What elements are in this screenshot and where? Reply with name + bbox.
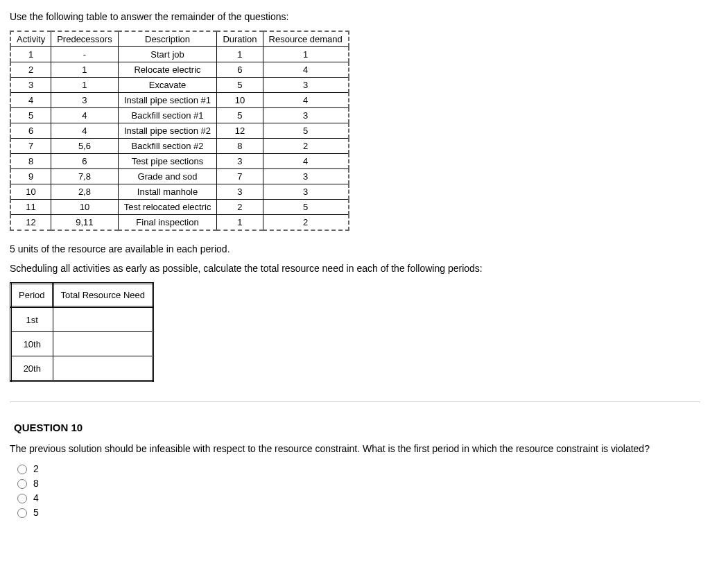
- resource-need-input-10th[interactable]: [53, 332, 153, 356]
- cell: 1: [10, 47, 51, 62]
- cell: 4: [10, 93, 51, 108]
- cell: 8: [217, 139, 263, 154]
- cell: 5: [10, 108, 51, 123]
- cell: 3: [263, 108, 349, 123]
- cell: 11: [10, 200, 51, 215]
- cell: Grade and sod: [118, 169, 217, 184]
- question-text: The previous solution should be infeasib…: [10, 443, 700, 454]
- cell: Install pipe section #2: [118, 123, 217, 139]
- resource-need-input-1st[interactable]: [53, 307, 153, 332]
- option-radio-4[interactable]: [17, 494, 27, 503]
- resource-note: 5 units of the resource are available in…: [10, 243, 700, 254]
- option-label: 5: [33, 507, 39, 518]
- cell: 5: [263, 200, 349, 215]
- cell: 4: [263, 154, 349, 169]
- cell: 4: [263, 93, 349, 108]
- cell: 6: [217, 62, 263, 78]
- cell: 5: [217, 78, 263, 93]
- cell: 4: [51, 108, 118, 123]
- question-title: QUESTION 10: [14, 422, 700, 433]
- cell: 3: [217, 184, 263, 200]
- cell: Backfill section #2: [118, 139, 217, 154]
- cell: 7: [217, 169, 263, 184]
- cell: 1: [217, 215, 263, 231]
- cell: 3: [51, 93, 118, 108]
- option-row[interactable]: 5: [14, 506, 700, 518]
- th-description: Description: [118, 31, 217, 47]
- th-activity: Activity: [10, 31, 51, 47]
- cell: 9,11: [51, 215, 118, 231]
- cell: -: [51, 47, 118, 62]
- cell: 9: [10, 169, 51, 184]
- cell: 8: [10, 154, 51, 169]
- cell: 6: [51, 154, 118, 169]
- cell: 2: [217, 200, 263, 215]
- cell: 2: [263, 139, 349, 154]
- th-period: Period: [11, 284, 53, 307]
- th-predecessors: Predecessors: [51, 31, 118, 47]
- period-label: 10th: [11, 332, 53, 356]
- option-radio-8[interactable]: [17, 479, 27, 489]
- resource-need-input-20th[interactable]: [53, 356, 153, 381]
- period-label: 20th: [11, 356, 53, 381]
- cell: 12: [217, 123, 263, 139]
- cell: 2: [263, 215, 349, 231]
- period-table: Period Total Resource Need 1st 10th 20th: [10, 282, 154, 382]
- th-resource: Resource demand: [263, 31, 349, 47]
- cell: 4: [263, 62, 349, 78]
- cell: Start job: [118, 47, 217, 62]
- cell: 3: [263, 169, 349, 184]
- cell: 7: [10, 139, 51, 154]
- cell: 5,6: [51, 139, 118, 154]
- divider: [10, 401, 700, 402]
- cell: Test relocated electric: [118, 200, 217, 215]
- option-row[interactable]: 8: [14, 477, 700, 489]
- cell: 3: [217, 154, 263, 169]
- cell: 3: [10, 78, 51, 93]
- cell: 2,8: [51, 184, 118, 200]
- th-resource-need: Total Resource Need: [53, 284, 153, 307]
- cell: Final inspection: [118, 215, 217, 231]
- option-radio-2[interactable]: [17, 465, 27, 474]
- option-row[interactable]: 2: [14, 462, 700, 474]
- cell: Excavate: [118, 78, 217, 93]
- option-radio-5[interactable]: [17, 508, 27, 518]
- cell: 2: [10, 62, 51, 78]
- cell: 6: [10, 123, 51, 139]
- cell: 5: [263, 123, 349, 139]
- cell: 10: [51, 200, 118, 215]
- cell: Backfill section #1: [118, 108, 217, 123]
- intro-text: Use the following table to answer the re…: [10, 11, 700, 22]
- th-duration: Duration: [217, 31, 263, 47]
- period-label: 1st: [11, 307, 53, 332]
- cell: Relocate electric: [118, 62, 217, 78]
- option-label: 2: [33, 463, 39, 474]
- cell: 7,8: [51, 169, 118, 184]
- cell: 1: [263, 47, 349, 62]
- cell: Test pipe sections: [118, 154, 217, 169]
- cell: 5: [217, 108, 263, 123]
- cell: 4: [51, 123, 118, 139]
- cell: Install pipe section #1: [118, 93, 217, 108]
- cell: 1: [217, 47, 263, 62]
- cell: 10: [217, 93, 263, 108]
- cell: 3: [263, 78, 349, 93]
- options-group: 2 8 4 5: [14, 462, 700, 518]
- cell: 1: [51, 62, 118, 78]
- cell: 10: [10, 184, 51, 200]
- cell: 3: [263, 184, 349, 200]
- cell: 1: [51, 78, 118, 93]
- option-row[interactable]: 4: [14, 492, 700, 503]
- cell: 12: [10, 215, 51, 231]
- activity-table: Activity Predecessors Description Durati…: [10, 31, 349, 231]
- option-label: 8: [33, 478, 39, 489]
- schedule-prompt: Scheduling all activities as early as po…: [10, 263, 700, 274]
- option-label: 4: [33, 492, 39, 503]
- cell: Install manhole: [118, 184, 217, 200]
